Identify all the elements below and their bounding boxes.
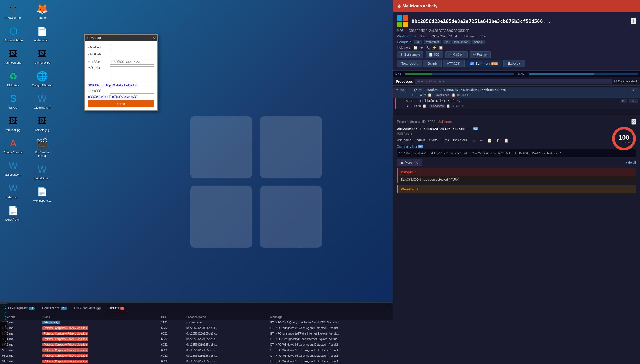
process-details-close[interactable]: ✕ [631, 119, 636, 125]
summary-tab[interactable]: AI Summary beta [466, 60, 502, 67]
threat-process: 0bc2856d23e185de8a... [184, 331, 268, 336]
desktop-icon-withinspe[interactable]: 📄 withinspe ci... [32, 185, 53, 203]
process-item-5080[interactable]: 5080 ⚙ liÀúÐjÃÛ[0127.1].exe PE DMP ☣ ↔ ⚙… [395, 98, 640, 109]
more-info-button[interactable]: ☰ More Info [397, 159, 422, 166]
threat-row-6[interactable]: 9316 ms Potential Corporate Privacy Viol… [0, 353, 393, 358]
share-button[interactable]: ⬆ [631, 18, 636, 24]
desktop-icon-janmove[interactable]: 🖼 janmove.png [3, 47, 24, 64]
dialog-submit-button[interactable]: ×ê ¿ã [88, 100, 154, 107]
process-filter-input[interactable] [415, 79, 612, 84]
processes-more[interactable]: ... [393, 109, 640, 114]
tab-http-requests[interactable]: HTTP Requests 11 [2, 305, 38, 312]
desktop-icon-addedafric[interactable]: 📄 addedafric... [32, 25, 53, 42]
tab-dns-requests[interactable]: DNS Requests 9 [71, 305, 104, 312]
process-action-row-5080: ☣ ↔ ⚙ 🗑 📋 blackmoon 📋 1k 428 95 [406, 104, 638, 108]
threat-row-7[interactable]: 9410 ms Potential Corporate Privacy Viol… [0, 358, 393, 364]
indicator-threat-icon[interactable]: ☣ [420, 46, 423, 50]
sidenav-network[interactable]: NETWORK [0, 303, 7, 322]
desktop-icon-sameio[interactable]: 🖼 sameio.jpg [32, 115, 53, 132]
desktop-icon-ordercorn[interactable]: W ordercorn... [3, 182, 24, 199]
get-sample-button[interactable]: ⬇ Get sample [397, 51, 423, 58]
process-item-6032[interactable]: ▼ 6032 ⚙ 0bc2856d23e185de8a2a7251a643be3… [393, 87, 640, 98]
desktop-icon-acrobat[interactable]: A Adobe Acrobat [3, 137, 24, 154]
threat-message: ET INFO Unsupported/Fake Internet Explor… [268, 331, 393, 336]
sidenav-files[interactable]: FILES [0, 322, 7, 334]
ccleaner-icon: ♻ [7, 70, 19, 83]
text-report-tab[interactable]: Text report [397, 60, 422, 67]
proc-indicator-5[interactable]: 📋 [504, 138, 508, 143]
pid-6032: 6032 [400, 88, 412, 92]
sidenav-debug[interactable]: DEBUG [0, 334, 7, 348]
ioc-button[interactable]: 📄 IOC [426, 51, 443, 58]
proc-indicator-2[interactable]: ↔ [479, 138, 483, 143]
export-tab[interactable]: Export ▾ [503, 60, 525, 67]
proc-connect-icon: ↔ [415, 93, 418, 97]
threats-label: Threats [108, 306, 119, 310]
dialog-close-button[interactable]: ✕ [152, 36, 155, 40]
graph-tab[interactable]: Graph [423, 60, 441, 67]
dialog-input-2[interactable] [110, 52, 154, 57]
win-logo-q2 [403, 15, 409, 21]
indicator-process-icon[interactable]: ⚡ [432, 46, 437, 50]
acrobat-label: Adobe Acrobat [4, 151, 23, 154]
restart-button[interactable]: ↺ Restart [470, 51, 491, 58]
text-report-label: Text report [401, 62, 417, 65]
bottom-panel-options[interactable]: ⋮ [386, 306, 391, 311]
desktop-icon-runmovie[interactable]: 🖼 runmovie.jpg [32, 47, 53, 64]
tab-threats[interactable]: Threats 8 [105, 305, 128, 312]
only-important-label: Only important [618, 80, 637, 83]
desktop-icon-skype[interactable]: S Skype [3, 92, 24, 109]
skype-label: Skype [9, 106, 17, 109]
desktop-icon-description[interactable]: W description... [32, 163, 53, 180]
desktop-icon-vlc[interactable]: 🎬 VLC media player [32, 137, 53, 158]
proc-indicator-3[interactable]: 📋 [487, 138, 492, 143]
desktop-icon-chrome[interactable]: 🌐 Google Chrome [32, 70, 53, 87]
indicator-network-icon[interactable]: 🔧 [426, 46, 430, 50]
dialog-textarea[interactable] [110, 66, 154, 82]
desktop-icon-edge[interactable]: ⬡ Microsoft Edge [3, 25, 24, 42]
alladdition-icon: W [36, 92, 48, 105]
desktop-icon-liaudjau[interactable]: 📄 liÀúÐjÃÛ[0... [3, 204, 24, 221]
dialog-input-1[interactable] [110, 44, 154, 50]
windows-logo [397, 15, 408, 27]
indicator-copy-icon[interactable]: 📋 [439, 46, 443, 50]
warning-alert: Warning 7 [397, 185, 636, 193]
dialog-input-5[interactable] [110, 88, 154, 94]
description-label: description... [34, 177, 50, 180]
desktop-icon-alladdition[interactable]: W alladdition.rtf [32, 92, 53, 109]
hide-all-button[interactable]: Hide all [625, 161, 636, 164]
desktop-icon-recycle-bin[interactable]: 🗑 Recycle Bin [3, 3, 24, 20]
attck-tab[interactable]: ATT&CK [443, 60, 465, 67]
threat-process: 0bc2856d23e185de8a... [184, 325, 268, 331]
process-details-panel: Process details ID 6032 Malicious ✕ 0bc2… [393, 115, 640, 364]
right-panel: ☣ Malicious activity 0bc2856d23e185de8a2… [393, 0, 640, 364]
threat-row-5[interactable]: 9315 ms Potential Corporate Privacy Viol… [0, 347, 393, 353]
threat-row-4[interactable]: 9313 ms Potential Corporate Privacy Viol… [0, 342, 393, 347]
proc-indicator-1[interactable]: ☣ [472, 138, 475, 143]
threat-row-3[interactable]: 9314 ms Potential Corporate Privacy Viol… [0, 336, 393, 342]
desktop-icon-firefox[interactable]: 🦊 Firefox [32, 3, 53, 20]
proc-indicator-4[interactable]: 🗑 [496, 138, 500, 143]
multiest-icon: 🖼 [7, 115, 19, 127]
os-info-button[interactable]: ⓘ [413, 34, 416, 38]
dialog-input-3[interactable] [110, 59, 154, 65]
threat-row-0[interactable]: 7408 ms Misc activity 2192 svchost.exe E… [0, 320, 393, 325]
sample-meta: MD5: CB88B9251012A6B6D78A7207B809DD2F [397, 29, 636, 33]
indicator-file-icon[interactable]: 📋 [413, 46, 418, 50]
desktop-icon-ccleaner[interactable]: ♻ CCleaner [3, 70, 24, 87]
proc-copy-2-icon: 📋 [452, 93, 456, 97]
desktop-icon-activbesso[interactable]: W activbesso... [3, 159, 24, 176]
only-important-toggle[interactable]: ☑ Only important [614, 80, 637, 83]
dialog-label-1: ×¢ε²ãÊÀã: [88, 46, 109, 49]
tab-connections[interactable]: Connections 26 [39, 305, 70, 312]
svg-rect-0 [190, 116, 252, 178]
threat-row-1[interactable]: 8850 ms Potential Corporate Privacy Viol… [0, 325, 393, 331]
sample-tags: upxvmprotectluablackmoonaspack [414, 40, 486, 44]
dialog-link-1[interactable]: ÔÓÐÐÒø¸,·¡£±ÀÒµ¦ãÔ¬ÁÃÈ¿,ÊÃÀ¦ÁÛ·ÌÕ [88, 84, 137, 87]
threats-table-container[interactable]: Timeshift Class PID Process name Message… [0, 314, 393, 364]
dialog-link-2[interactable]: ¤ÊóÏíÔìÀÊéÃÔÊÈÊ-15Ïïî%ÊÀÊç£Á±¿ÀÔÊ [88, 95, 138, 98]
col-message: Message [268, 314, 393, 320]
desktop-icon-multiest[interactable]: 🖼 multiest.jpg [3, 115, 24, 132]
malconf-button[interactable]: ⚔ MalConf [445, 51, 468, 58]
threat-row-2[interactable]: 8852 ms Potential Corporate Privacy Viol… [0, 331, 393, 336]
